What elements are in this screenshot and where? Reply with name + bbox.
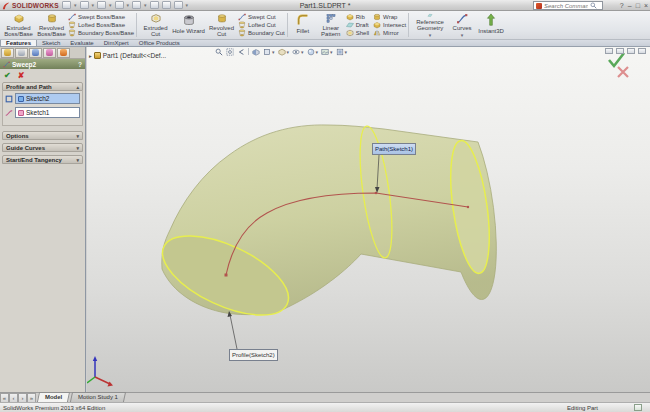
shell-button[interactable]: Shell <box>346 29 369 37</box>
nav-next-button[interactable]: › <box>18 393 27 402</box>
tab-dimxpert[interactable]: DimXpert <box>99 40 134 46</box>
search-icon[interactable] <box>590 2 597 9</box>
part-icon <box>94 52 101 59</box>
search-commands-box[interactable] <box>533 1 603 10</box>
path-callout[interactable]: Path(Sketch1) <box>372 143 416 155</box>
search-input[interactable] <box>544 3 588 9</box>
scene-icon <box>321 48 329 56</box>
featuremanager-tab[interactable] <box>1 48 14 58</box>
sketch-icon <box>18 110 24 116</box>
instant3d-button[interactable]: Instant3D <box>475 12 507 38</box>
zoom-fit-icon <box>215 48 223 56</box>
zoom-fit-button[interactable] <box>215 48 223 56</box>
previous-view-button[interactable] <box>237 48 245 56</box>
view-settings-button[interactable]: ▾ <box>336 48 348 56</box>
motion-study-tab[interactable]: Motion Study 1 <box>70 392 126 402</box>
hud-separator <box>248 48 249 55</box>
fillet-button[interactable]: Fillet <box>290 12 316 38</box>
mirror-button[interactable]: Mirror <box>373 29 406 37</box>
split-pane-icon[interactable] <box>605 48 613 54</box>
linear-pattern-button[interactable]: Linear Pattern <box>316 12 346 38</box>
boundary-boss-base-button[interactable]: Boundary Boss/Base <box>68 29 134 37</box>
window-controls: ? – □ × <box>620 1 648 10</box>
study-tab-bar: « ‹ › » Model Motion Study 1 <box>0 392 650 402</box>
confirm-ok-button[interactable] <box>609 53 624 66</box>
section-view-icon <box>252 48 260 56</box>
curves-button[interactable]: Curves▾ <box>449 12 475 38</box>
view-orientation-button[interactable]: ▾ <box>263 48 275 56</box>
profile-icon <box>5 95 13 103</box>
view-settings-icon <box>336 48 344 56</box>
hide-show-items-button[interactable]: ▾ <box>292 48 304 56</box>
display-style-button[interactable]: ▾ <box>278 48 290 56</box>
dropdown-caret-icon: ▾ <box>287 49 290 55</box>
group-start-end-tangency[interactable]: Start/End Tangency ▾ <box>2 155 83 164</box>
path-selection-field[interactable]: Sketch1 <box>15 107 80 118</box>
model-tab[interactable]: Model <box>37 392 70 402</box>
revolved-boss-base-button[interactable]: Revolved Boss/Base <box>35 12 68 38</box>
maximize-button[interactable]: □ <box>636 1 640 10</box>
graphics-viewport[interactable]: ▸ Part1 (Default<<Def... ▾ ▾ ▾ ▾ ▾ ▾ <box>87 47 650 392</box>
profile-callout[interactable]: Profile(Sketch2) <box>229 349 278 361</box>
flyout-feature-tree[interactable]: ▸ Part1 (Default<<Def... <box>89 52 166 59</box>
swept-cut-button[interactable]: Swept Cut <box>238 13 285 21</box>
section-view-button[interactable] <box>252 48 260 56</box>
wrap-button[interactable]: Wrap <box>373 13 406 21</box>
pane-left-icon[interactable] <box>616 48 624 54</box>
expand-arrow-icon[interactable]: ▸ <box>89 53 92 59</box>
nav-first-button[interactable]: « <box>0 393 9 402</box>
ribbon-group-reference: Reference Geometry▾ Curves▾ Instant3D <box>411 12 507 38</box>
featuremanager-icon <box>4 49 11 56</box>
ribbon: Extruded Boss/Base Revolved Boss/Base Sw… <box>0 11 650 40</box>
path-start-point[interactable] <box>225 274 228 277</box>
propertymanager-tab[interactable] <box>15 48 28 58</box>
reference-geometry-icon <box>423 13 437 18</box>
pm-cancel-button[interactable]: ✘ <box>18 71 25 80</box>
ribbon-group-cut: Extruded Cut Hole Wizard Revolved Cut Sw… <box>139 12 285 38</box>
revolved-cut-button[interactable]: Revolved Cut <box>205 12 238 38</box>
pm-help-icon[interactable]: ? <box>78 61 82 68</box>
apply-scene-button[interactable]: ▾ <box>321 48 333 56</box>
intersect-button[interactable]: Intersect <box>373 21 406 29</box>
group-profile-and-path[interactable]: Profile and Path ▴ <box>2 82 83 91</box>
zoom-area-button[interactable] <box>226 48 234 56</box>
group-guide-curves[interactable]: Guide Curves ▾ <box>2 143 83 152</box>
dropdown-caret-icon: ▾ <box>272 49 275 55</box>
tab-sketch[interactable]: Sketch <box>37 40 65 46</box>
path-end-point[interactable] <box>467 206 469 208</box>
nav-prev-button[interactable]: ‹ <box>9 393 18 402</box>
confirm-cancel-button[interactable] <box>618 67 628 77</box>
dimxpertmanager-tab[interactable] <box>43 48 56 58</box>
help-button[interactable]: ? <box>620 1 624 10</box>
eye-icon <box>292 48 300 56</box>
minimize-button[interactable]: – <box>628 1 632 10</box>
tab-evaluate[interactable]: Evaluate <box>65 40 98 46</box>
close-button[interactable]: × <box>644 1 648 10</box>
extruded-boss-base-button[interactable]: Extruded Boss/Base <box>2 12 35 38</box>
configurationmanager-tab[interactable] <box>29 48 42 58</box>
rib-button[interactable]: Rib <box>346 13 369 21</box>
lofted-cut-button[interactable]: Lofted Cut <box>238 21 285 29</box>
intersect-icon <box>373 21 381 29</box>
pane-right-icon[interactable] <box>627 48 635 54</box>
group-options[interactable]: Options ▾ <box>2 131 83 140</box>
profile-selection-field[interactable]: Sketch2 <box>15 93 80 104</box>
edit-appearance-button[interactable]: ▾ <box>307 48 319 56</box>
reference-geometry-button[interactable]: Reference Geometry▾ <box>411 12 449 38</box>
boundary-cut-button[interactable]: Boundary Cut <box>238 29 285 37</box>
pm-ok-button[interactable]: ✔ <box>4 71 11 80</box>
nav-last-button[interactable]: » <box>27 393 36 402</box>
lofted-boss-base-icon <box>68 21 76 29</box>
status-mode-label: Editing Part <box>567 405 598 411</box>
extruded-cut-button[interactable]: Extruded Cut <box>139 12 172 38</box>
tab-office-products[interactable]: Office Products <box>134 40 185 46</box>
close-pane-icon[interactable] <box>638 48 646 54</box>
draft-button[interactable]: Draft <box>346 21 369 29</box>
swept-boss-base-button[interactable]: Swept Boss/Base <box>68 13 134 21</box>
status-tag-icon[interactable] <box>634 404 642 411</box>
displaymanager-tab[interactable] <box>57 48 70 58</box>
hole-wizard-button[interactable]: Hole Wizard <box>172 12 205 38</box>
instant3d-icon <box>484 13 498 27</box>
tab-features[interactable]: Features <box>0 40 37 46</box>
lofted-boss-base-button[interactable]: Lofted Boss/Base <box>68 21 134 29</box>
